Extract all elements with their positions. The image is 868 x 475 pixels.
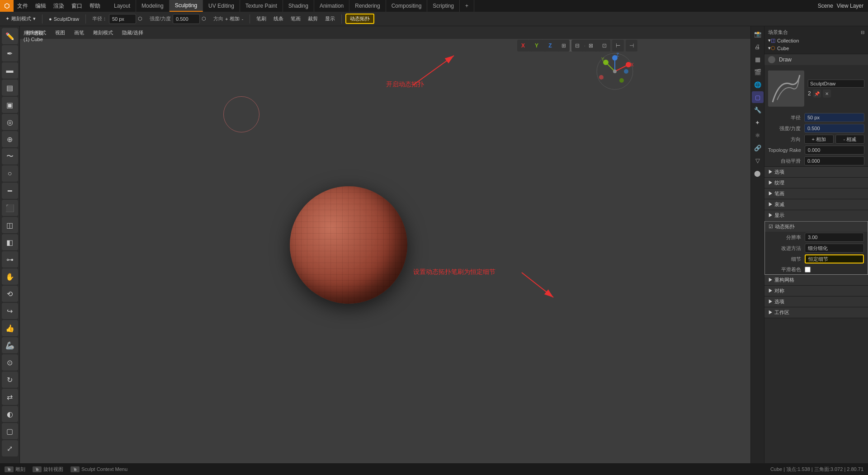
symmetry-header[interactable]: ▶ 对称 bbox=[764, 286, 868, 296]
display-header[interactable]: ▶ 显示 bbox=[764, 210, 868, 221]
scene-props-icon[interactable]: 🎬 bbox=[752, 66, 764, 78]
pen-btn[interactable]: 笔刷 bbox=[254, 14, 269, 23]
grab-btn[interactable]: ✋ bbox=[2, 268, 18, 285]
workspace-header[interactable]: ▶ 工作区 bbox=[764, 307, 868, 318]
object-props-icon[interactable]: ▢ bbox=[752, 91, 764, 103]
workspace-sculpting[interactable]: Sculpting bbox=[170, 0, 203, 12]
viewport[interactable]: 雕刻模式 视图 画笔 雕刻模式 隐藏/选择 用户透视 (1) Cube bbox=[20, 26, 750, 463]
strength-prop-value[interactable]: 0.500 bbox=[804, 124, 864, 133]
display-btn[interactable]: 显示 bbox=[322, 14, 338, 23]
transform-btn[interactable]: ⤢ bbox=[2, 440, 18, 456]
dyntopo-section-header[interactable]: ☑ 动态拓扑 bbox=[765, 221, 868, 232]
view-layer-props-icon[interactable]: ▦ bbox=[752, 53, 764, 65]
vp-brush[interactable]: 画笔 bbox=[71, 28, 87, 37]
box-mask-btn[interactable]: ▢ bbox=[2, 423, 18, 439]
fill-btn[interactable]: ⬛ bbox=[2, 200, 18, 216]
vp-sculpt[interactable]: 雕刻模式 bbox=[90, 28, 116, 37]
vp-icon-2[interactable]: ⊟ bbox=[571, 40, 583, 52]
multiplane-btn[interactable]: ◧ bbox=[2, 234, 18, 250]
output-props-icon[interactable]: 🖨 bbox=[752, 41, 764, 52]
brush-close-btn[interactable]: ✕ bbox=[823, 89, 831, 98]
vp-hide[interactable]: 隐藏/选择 bbox=[119, 28, 146, 37]
vp-icon-1[interactable]: ⊞ bbox=[558, 40, 570, 52]
dyntopo-method-value[interactable]: 细分细化 bbox=[805, 244, 864, 253]
render-props-icon[interactable]: 📸 bbox=[752, 28, 764, 40]
vp-icon-5[interactable]: ⊢ bbox=[612, 40, 624, 52]
options-header[interactable]: ▶ 选项 bbox=[764, 167, 868, 177]
workspace-rendering[interactable]: Rendering bbox=[349, 0, 386, 12]
menu-file[interactable]: 文件 bbox=[14, 0, 32, 12]
mask-btn[interactable]: ◐ bbox=[2, 406, 18, 422]
draw-sharp-btn[interactable]: ✒ bbox=[2, 45, 18, 61]
menu-help[interactable]: 帮助 bbox=[86, 0, 104, 12]
pinch-btn[interactable]: ⊶ bbox=[2, 251, 18, 268]
scrape-btn[interactable]: ◫ bbox=[2, 217, 18, 233]
slide-relax-btn[interactable]: ⇄ bbox=[2, 389, 18, 405]
thumb-btn[interactable]: 👍 bbox=[2, 320, 18, 336]
dyntopo-detail-value[interactable]: 恒定细节 bbox=[805, 254, 864, 263]
workspace-add[interactable]: + bbox=[460, 0, 474, 12]
direction-add[interactable]: + bbox=[225, 16, 228, 22]
x-constraint-btn[interactable]: X bbox=[517, 40, 529, 52]
falloff-btn[interactable]: 笔画 bbox=[288, 14, 303, 23]
outliner-filter-icon[interactable]: ⊟ bbox=[861, 30, 864, 35]
z-constraint-btn[interactable]: Z bbox=[544, 40, 556, 52]
sculpt-mode-selector[interactable]: ✦ 雕刻模式 ▾ bbox=[3, 14, 38, 23]
outliner-collection-item[interactable]: ▾ ◫ Collection bbox=[764, 37, 868, 44]
clay-btn[interactable]: ▬ bbox=[2, 62, 18, 79]
workspace-modeling[interactable]: Modeling bbox=[136, 0, 170, 12]
inflate-btn[interactable]: ◎ bbox=[2, 114, 18, 130]
menu-window[interactable]: 窗口 bbox=[68, 0, 86, 12]
snake-btn[interactable]: ↪ bbox=[2, 303, 18, 319]
brush-pin-btn[interactable]: 📌 bbox=[813, 89, 821, 98]
brush-name-display[interactable]: ● SculptDraw bbox=[46, 15, 82, 23]
radius-prop-value[interactable]: 50 px bbox=[804, 113, 864, 122]
y-constraint-btn[interactable]: Y bbox=[531, 40, 542, 52]
trim-btn[interactable]: 裁剪 bbox=[305, 14, 321, 23]
physics-props-icon[interactable]: ⚛ bbox=[752, 129, 764, 141]
vp-icon-6[interactable]: ⊣ bbox=[626, 40, 637, 52]
modifier-props-icon[interactable]: 🔧 bbox=[752, 104, 764, 116]
remesh-header[interactable]: ▶ 重构网格 bbox=[764, 275, 868, 285]
dyntopo-smooth-checkbox[interactable] bbox=[805, 267, 811, 273]
flatten-btn[interactable]: ━ bbox=[2, 183, 18, 199]
brush-name-input[interactable] bbox=[808, 80, 864, 88]
radius-input[interactable] bbox=[109, 14, 136, 24]
nav-gizmo[interactable]: X Y Z -X bbox=[594, 51, 635, 92]
dyntopo-res-value[interactable]: 3.00 bbox=[805, 233, 864, 242]
menu-edit[interactable]: 编辑 bbox=[32, 0, 50, 12]
workspace-texture-paint[interactable]: Texture Paint bbox=[240, 0, 283, 12]
world-props-icon[interactable]: 🌐 bbox=[752, 79, 764, 90]
vp-icon-4[interactable]: ⊡ bbox=[599, 40, 610, 52]
menu-render[interactable]: 渲染 bbox=[50, 0, 68, 12]
smooth-btn[interactable]: ○ bbox=[2, 165, 18, 182]
workspace-animation[interactable]: Animation bbox=[314, 0, 349, 12]
blob-btn[interactable]: ⊕ bbox=[2, 131, 18, 147]
workspace-shading[interactable]: Shading bbox=[283, 0, 314, 12]
workspace-uv[interactable]: UV Editing bbox=[203, 0, 240, 12]
workspace-compositing[interactable]: Compositing bbox=[386, 0, 428, 12]
elastic-btn[interactable]: ⟲ bbox=[2, 286, 18, 302]
clay-strips-btn[interactable]: ▤ bbox=[2, 80, 18, 96]
topo-rake-value[interactable]: 0.000 bbox=[805, 146, 864, 155]
direction-sub-btn[interactable]: - 相减 bbox=[835, 135, 865, 144]
vp-icon-3[interactable]: ⊠ bbox=[585, 40, 597, 52]
workspace-layout[interactable]: Layout bbox=[108, 0, 136, 12]
material-props-icon[interactable]: ⬤ bbox=[752, 167, 764, 179]
stroke-btn[interactable]: 线条 bbox=[271, 14, 286, 23]
options2-header[interactable]: ▶ 选项 bbox=[764, 296, 868, 307]
nudge-btn[interactable]: ⊙ bbox=[2, 354, 18, 371]
autosmooth-value[interactable]: 0.000 bbox=[804, 156, 864, 165]
data-props-icon[interactable]: ▽ bbox=[752, 155, 764, 166]
direction-add-btn[interactable]: + 相加 bbox=[804, 135, 834, 144]
pose-btn[interactable]: 🦾 bbox=[2, 337, 18, 353]
strength-input[interactable] bbox=[173, 14, 200, 24]
draw-brush-btn[interactable]: ✏️ bbox=[2, 28, 18, 44]
outliner-cube-item[interactable]: ▾ ⬡ Cube bbox=[764, 44, 868, 52]
texture-header[interactable]: ▶ 纹理 bbox=[764, 178, 868, 188]
constraint-props-icon[interactable]: 🔗 bbox=[752, 142, 764, 154]
crease-btn[interactable]: 〜 bbox=[2, 148, 18, 165]
vp-view[interactable]: 视图 bbox=[52, 28, 68, 37]
direction-sub[interactable]: - bbox=[241, 16, 243, 22]
layer-btn[interactable]: ▣ bbox=[2, 97, 18, 113]
